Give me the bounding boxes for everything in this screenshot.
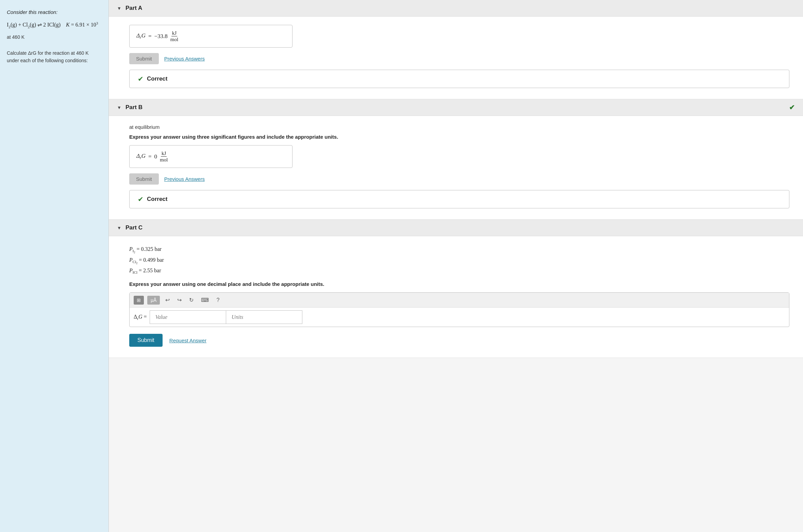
part-a-unit-top: kJ	[171, 30, 177, 36]
part-b-body: at equilibrium Express your answer using…	[109, 116, 803, 220]
part-c-undo-button[interactable]: ↩	[163, 295, 172, 305]
part-c-header: ▼ Part C	[109, 220, 803, 236]
part-a-submit-button[interactable]: Submit	[129, 53, 159, 64]
part-c-grid-button[interactable]: ⊞	[134, 296, 144, 305]
part-c-chevron-icon: ▼	[117, 225, 121, 230]
part-b-chevron-icon: ▼	[117, 105, 121, 110]
part-c-pressures: PI2 = 0.325 bar PCl2 = 0.499 bar PICl = …	[129, 244, 789, 276]
part-b-answer-box: ΔrG = 0 kJ mol	[129, 145, 292, 168]
part-a-value: −33.8	[154, 33, 168, 40]
part-a-correct-box: ✔ Correct	[129, 70, 789, 88]
part-b-unit-top: kJ	[161, 150, 167, 157]
part-a-chevron-icon: ▼	[117, 6, 121, 11]
sidebar: Consider this reaction: I2(g) + Cl2(g) ⇌…	[0, 0, 109, 532]
part-b-submit-row: Submit Previous Answers	[129, 173, 789, 185]
sidebar-reaction: I2(g) + Cl2(g) ⇌ 2 ICl(g) K = 6.91 × 103	[7, 20, 102, 30]
part-b-condition: at equilibrium	[129, 124, 789, 130]
part-c-instruction: Express your answer using one decimal pl…	[129, 281, 789, 287]
part-a-submit-row: Submit Previous Answers	[129, 53, 789, 64]
part-c-redo-button[interactable]: ↪	[175, 295, 184, 305]
part-a-answer-box: ΔrG = −33.8 kJ mol	[129, 25, 292, 48]
part-c-body: PI2 = 0.325 bar PCl2 = 0.499 bar PICl = …	[109, 236, 803, 358]
part-c-toolbar: ⊞ μÅ ↩ ↪ ↻ ⌨ ?	[130, 293, 789, 308]
pressure-i2: PI2 = 0.325 bar	[129, 244, 789, 255]
part-b-correct-checkmark-icon: ✔	[138, 195, 144, 203]
part-b-correct-box: ✔ Correct	[129, 190, 789, 208]
part-c-mu-button[interactable]: μÅ	[147, 296, 160, 305]
pressure-cl2: PCl2 = 0.499 bar	[129, 255, 789, 266]
part-c-help-button[interactable]: ?	[214, 296, 221, 305]
part-a-section: ▼ Part A ΔrG = −33.8 kJ mol Submit Previ…	[109, 0, 803, 99]
part-b-check-icon: ✔	[789, 103, 795, 111]
part-b-delta-label: ΔrG	[136, 153, 146, 160]
main-content: ▼ Part A ΔrG = −33.8 kJ mol Submit Previ…	[109, 0, 803, 532]
part-b-equals: =	[148, 153, 152, 160]
part-b-section: ▼ Part B ✔ at equilibrium Express your a…	[109, 99, 803, 220]
part-b-unit: kJ mol	[159, 150, 168, 163]
part-a-header: ▼ Part A	[109, 0, 803, 17]
part-b-instruction: Express your answer using three signific…	[129, 134, 789, 140]
part-c-refresh-button[interactable]: ↻	[187, 295, 196, 305]
part-b-value: 0	[154, 153, 157, 160]
part-c-submit-button[interactable]: Submit	[129, 334, 163, 347]
part-a-unit: kJ mol	[170, 30, 179, 42]
part-b-header: ▼ Part B ✔	[109, 99, 803, 116]
part-c-units-input[interactable]	[226, 310, 302, 324]
part-c-delta-label: ΔrG =	[134, 314, 147, 321]
part-b-unit-bottom: mol	[159, 157, 168, 163]
part-a-body: ΔrG = −33.8 kJ mol Submit Previous Answe…	[109, 17, 803, 99]
part-c-input-widget: ⊞ μÅ ↩ ↪ ↻ ⌨ ? ΔrG =	[129, 292, 789, 327]
part-a-equals: =	[148, 33, 152, 40]
part-c-label: Part C	[126, 224, 143, 231]
grid-icon: ⊞	[137, 297, 141, 303]
pressure-icl: PICl = 2.55 bar	[129, 266, 789, 276]
part-c-keyboard-button[interactable]: ⌨	[199, 295, 211, 305]
sidebar-intro: Consider this reaction:	[7, 8, 102, 16]
part-a-delta-label: ΔrG	[136, 32, 146, 40]
part-c-value-input[interactable]	[150, 310, 226, 324]
part-c-submit-row: Submit Request Answer	[129, 334, 789, 347]
part-b-correct-text: Correct	[147, 196, 167, 203]
sidebar-condition: at 460 K	[7, 33, 102, 41]
part-a-prev-answers-link[interactable]: Previous Answers	[164, 56, 205, 62]
part-b-submit-button[interactable]: Submit	[129, 173, 159, 185]
part-a-label: Part A	[126, 5, 142, 12]
part-c-input-row: ΔrG =	[130, 308, 789, 327]
part-b-prev-answers-link[interactable]: Previous Answers	[164, 176, 205, 182]
part-c-request-answer-link[interactable]: Request Answer	[169, 338, 206, 343]
part-a-correct-checkmark-icon: ✔	[138, 75, 144, 83]
part-a-unit-bottom: mol	[170, 36, 179, 42]
part-a-correct-text: Correct	[147, 75, 167, 82]
part-c-section: ▼ Part C PI2 = 0.325 bar PCl2 = 0.499 ba…	[109, 220, 803, 358]
part-b-label: Part B	[126, 104, 143, 111]
sidebar-task: Calculate ΔrG for the reaction at 460 K …	[7, 49, 102, 65]
